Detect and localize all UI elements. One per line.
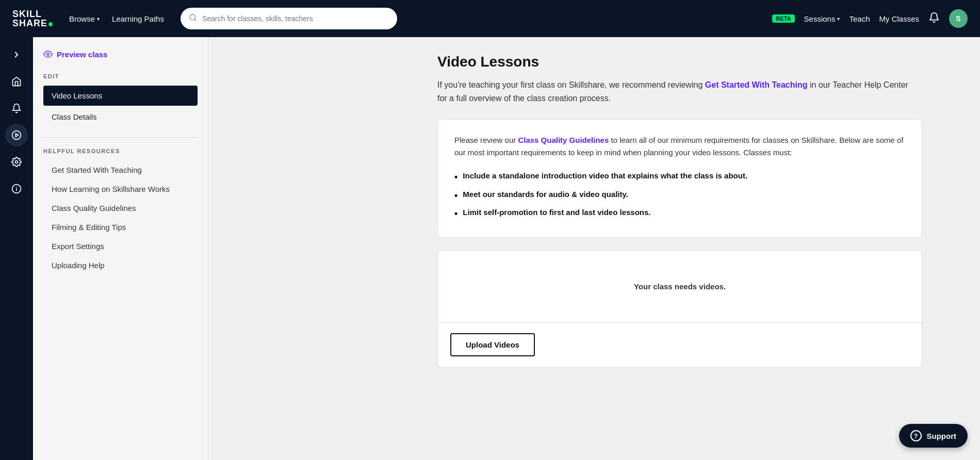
content-sidebar: Preview class EDIT Video Lessons Class D… bbox=[33, 37, 208, 460]
upload-footer: Upload Videos bbox=[438, 323, 922, 367]
resource-link-export[interactable]: Export Settings bbox=[43, 237, 198, 256]
svg-point-8 bbox=[47, 53, 50, 56]
my-classes-label: My Classes bbox=[879, 14, 919, 23]
logo-text: SKILLSHARE bbox=[12, 9, 53, 28]
sessions-nav-link[interactable]: Sessions ▾ bbox=[804, 14, 840, 23]
beta-badge: BETA bbox=[772, 14, 794, 23]
svg-point-4 bbox=[15, 161, 18, 163]
intro-text-before: If you're teaching your first class on S… bbox=[437, 80, 705, 89]
browse-nav-link[interactable]: Browse ▾ bbox=[69, 14, 100, 23]
play-icon-button[interactable] bbox=[5, 124, 28, 146]
top-navigation: SKILLSHARE Browse ▾ Learning Paths BETA … bbox=[0, 0, 980, 37]
notification-bell-icon[interactable] bbox=[928, 12, 940, 26]
helpful-resources-label: HELPFUL RESOURCES bbox=[43, 148, 198, 154]
class-quality-link[interactable]: Class Quality Guidelines bbox=[518, 136, 609, 144]
sidebar-divider bbox=[43, 137, 198, 138]
requirements-list: Include a standalone introduction video … bbox=[454, 168, 905, 223]
upload-box: Your class needs videos. Upload Videos bbox=[437, 250, 922, 367]
support-icon: ? bbox=[910, 430, 922, 441]
sidebar-item-video-lessons[interactable]: Video Lessons bbox=[43, 86, 198, 106]
teach-label: Teach bbox=[849, 14, 870, 23]
resource-link-how-learning[interactable]: How Learning on Skillshare Works bbox=[43, 179, 198, 199]
upload-empty-state: Your class needs videos. bbox=[438, 251, 922, 323]
info-box: Please review our Class Quality Guidelin… bbox=[437, 119, 922, 238]
search-icon bbox=[189, 13, 197, 24]
browse-label: Browse bbox=[69, 14, 95, 23]
class-details-label: Class Details bbox=[52, 112, 97, 121]
intro-paragraph: If you're teaching your first class on S… bbox=[437, 78, 912, 105]
my-classes-nav-link[interactable]: My Classes bbox=[879, 14, 919, 23]
teach-nav-link[interactable]: Teach bbox=[849, 14, 870, 23]
icon-sidebar bbox=[0, 37, 33, 460]
sessions-chevron-icon: ▾ bbox=[837, 16, 840, 22]
skillshare-logo[interactable]: SKILLSHARE bbox=[12, 9, 53, 28]
search-input[interactable] bbox=[202, 14, 389, 23]
avatar[interactable]: S bbox=[949, 9, 968, 28]
info-icon-button[interactable] bbox=[5, 177, 28, 200]
nav-right-section: BETA Sessions ▾ Teach My Classes S bbox=[772, 9, 968, 28]
resource-link-get-started[interactable]: Get Started With Teaching bbox=[43, 160, 198, 179]
requirement-item-1: Include a standalone introduction video … bbox=[454, 168, 905, 186]
resource-link-filming[interactable]: Filming & Editing Tips bbox=[43, 218, 198, 237]
settings-icon-button[interactable] bbox=[5, 151, 28, 173]
preview-class-label: Preview class bbox=[57, 50, 107, 59]
bell-icon-button[interactable] bbox=[5, 97, 28, 120]
main-content: Video Lessons If you're teaching your fi… bbox=[417, 37, 980, 460]
edit-section-label: EDIT bbox=[43, 73, 198, 79]
page-wrapper: Preview class EDIT Video Lessons Class D… bbox=[0, 37, 980, 460]
info-box-paragraph: Please review our Class Quality Guidelin… bbox=[454, 134, 905, 159]
upload-area-text: Your class needs videos. bbox=[634, 282, 726, 291]
requirement-item-3: Limit self-promotion to first and last v… bbox=[454, 205, 905, 223]
video-lessons-label: Video Lessons bbox=[52, 91, 102, 100]
sidebar-toggle-button[interactable] bbox=[5, 43, 28, 66]
preview-class-link[interactable]: Preview class bbox=[43, 50, 198, 59]
svg-line-1 bbox=[194, 19, 196, 21]
sidebar-item-class-details[interactable]: Class Details bbox=[43, 107, 198, 127]
sessions-label: Sessions bbox=[804, 14, 836, 23]
support-label: Support bbox=[927, 432, 957, 440]
get-started-link[interactable]: Get Started With Teaching bbox=[705, 80, 808, 89]
svg-point-2 bbox=[12, 131, 21, 140]
resource-link-class-quality[interactable]: Class Quality Guidelines bbox=[43, 199, 198, 218]
resource-link-uploading[interactable]: Uploading Help bbox=[43, 256, 198, 275]
search-bar[interactable] bbox=[181, 8, 397, 29]
page-title: Video Lessons bbox=[437, 54, 959, 70]
browse-chevron-icon: ▾ bbox=[97, 16, 100, 22]
info-box-text-before: Please review our bbox=[454, 136, 518, 144]
upload-videos-button[interactable]: Upload Videos bbox=[450, 333, 535, 356]
support-button[interactable]: ? Support bbox=[899, 424, 968, 448]
learning-paths-nav-link[interactable]: Learning Paths bbox=[112, 14, 164, 23]
learning-paths-label: Learning Paths bbox=[112, 14, 164, 23]
svg-marker-3 bbox=[15, 134, 18, 137]
home-icon-button[interactable] bbox=[5, 70, 28, 93]
requirement-item-2: Meet our standards for audio & video qua… bbox=[454, 187, 905, 205]
